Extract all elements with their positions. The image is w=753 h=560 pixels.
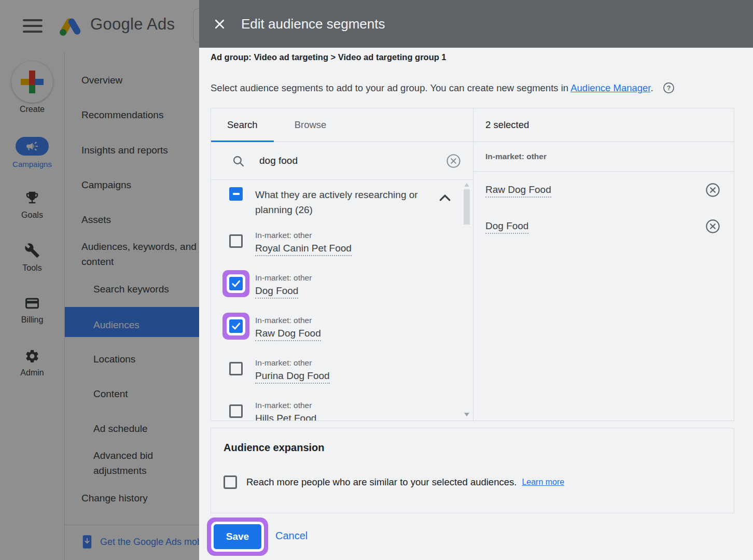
breadcrumb: Ad group: Video ad targeting > Video ad … — [211, 52, 447, 62]
picker-tabs: Search Browse — [211, 108, 473, 142]
segment-row: In-market: other Royal Canin Pet Food — [229, 230, 440, 255]
segment-name[interactable]: Hills Pet Food — [255, 411, 316, 421]
segment-name[interactable]: Purina Dog Food — [255, 369, 330, 384]
segment-category: In-market: other — [255, 272, 312, 284]
segment-category: In-market: other — [255, 230, 352, 241]
segment-checkbox-royal-canin[interactable] — [229, 234, 243, 248]
segment-checkbox-hills[interactable] — [229, 404, 243, 418]
scroll-down-arrow-icon[interactable] — [464, 413, 469, 416]
tab-browse[interactable]: Browse — [274, 108, 347, 142]
remove-icon[interactable] — [705, 218, 721, 234]
scrollbar-thumb[interactable] — [464, 189, 470, 225]
segment-row: In-market: other Raw Dog Food — [229, 315, 440, 340]
selected-item-name[interactable]: Raw Dog Food — [485, 183, 551, 198]
remove-icon[interactable] — [705, 182, 721, 198]
scroll-up-arrow-icon[interactable] — [464, 183, 469, 187]
segment-category: In-market: other — [255, 315, 321, 326]
selected-category-header: In-market: other — [473, 142, 734, 172]
help-icon[interactable]: ? — [663, 82, 675, 96]
segment-name[interactable]: Dog Food — [255, 284, 298, 299]
audience-expansion-title: Audience expansion — [224, 442, 721, 454]
audience-expansion-label: Reach more people who are similar to you… — [246, 477, 517, 488]
audience-manager-link[interactable]: Audience Manager — [570, 82, 650, 93]
selected-item-name[interactable]: Dog Food — [485, 219, 528, 234]
segment-row: In-market: other Hills Pet Food — [229, 400, 440, 421]
segment-results-list: What they are actively researching or pl… — [211, 180, 473, 421]
segment-name[interactable]: Raw Dog Food — [255, 326, 321, 341]
segment-row: In-market: other Purina Dog Food — [229, 357, 440, 383]
collapse-chevron-icon[interactable] — [438, 191, 452, 203]
segment-checkbox-dog-food[interactable] — [229, 277, 243, 290]
description-text: Select audience segments to add to your … — [211, 82, 570, 93]
selected-count: 2 selected — [473, 108, 734, 142]
segment-name[interactable]: Royal Canin Pet Food — [255, 241, 352, 256]
learn-more-link[interactable]: Learn more — [522, 478, 564, 487]
audience-expansion-card: Audience expansion Reach more people who… — [211, 428, 734, 513]
selected-item-row: Raw Dog Food — [473, 172, 734, 208]
cancel-button[interactable]: Cancel — [272, 529, 311, 542]
clear-search-icon[interactable] — [445, 153, 462, 169]
panel-title: Edit audience segments — [241, 16, 385, 32]
panel-description: Select audience segments to add to your … — [211, 82, 675, 96]
group-label: What they are actively researching or pl… — [255, 187, 429, 217]
tab-search[interactable]: Search — [211, 108, 274, 142]
segment-row: In-market: other Dog Food — [229, 272, 440, 298]
edit-audience-segments-panel: Edit audience segments Ad group: Video a… — [199, 0, 753, 560]
segment-category: In-market: other — [255, 357, 330, 369]
panel-header: Edit audience segments — [199, 0, 753, 48]
segment-checkbox-raw-dog-food[interactable] — [229, 319, 243, 333]
segment-picker-card: Search Browse — [211, 108, 734, 421]
description-period: . — [651, 82, 653, 93]
google-ads-app: Google Ads Create Campaigns Goals — [0, 0, 753, 560]
segment-group-row: What they are actively researching or pl… — [229, 187, 440, 217]
group-checkbox-indeterminate[interactable] — [229, 187, 243, 201]
selected-segments-pane: 2 selected In-market: other Raw Dog Food… — [473, 108, 734, 421]
segment-search-pane: Search Browse — [211, 108, 473, 421]
segment-search-input[interactable] — [258, 155, 432, 167]
segment-checkbox-purina[interactable] — [229, 362, 243, 375]
close-icon[interactable] — [212, 16, 227, 32]
audience-expansion-checkbox[interactable] — [224, 475, 237, 489]
save-button[interactable]: Save — [214, 524, 261, 549]
audience-expansion-row: Reach more people who are similar to you… — [224, 475, 721, 489]
selected-item-row: Dog Food — [473, 208, 734, 244]
search-icon — [232, 155, 245, 167]
segment-category: In-market: other — [255, 400, 316, 411]
list-scrollbar[interactable] — [464, 182, 470, 417]
segment-search-row — [211, 142, 473, 180]
svg-text:?: ? — [666, 85, 671, 92]
